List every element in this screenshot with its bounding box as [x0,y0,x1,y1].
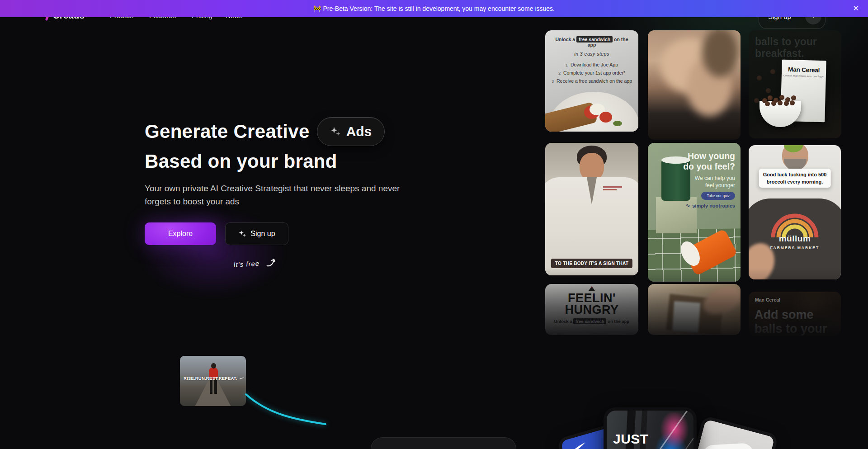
cereal-ball [765,101,770,106]
take-quiz-button[interactable]: Take our quiz [701,192,735,200]
nootropics-brand-text: simply nootropics [692,203,735,208]
ad-card-broccoli-video: müllum FARMERS MARKET Good luck tucking … [749,145,841,279]
nike-swoosh-icon [239,376,244,380]
step-number: 2 [558,69,561,77]
broccoli-caption: Good luck tucking into 500 broccoli ever… [759,169,831,188]
runner-legs-graphic [210,378,217,394]
jdi-line1: JUST [613,431,649,446]
cereal-faded-headline: balls to your breakfast. [755,36,817,59]
just-do-it-text: JUST DO IT [613,431,651,449]
nootropics-subtext: We can help you feel younger [695,175,735,189]
sparkles-icon [330,126,341,137]
step-number: 1 [566,61,568,69]
hero-signup-label: Sign up [250,230,275,238]
cereal-ball [770,69,775,74]
hero-title-text: Generate Creative [145,121,310,142]
nike-swoosh-icon [569,442,588,449]
ad-card-man-cereal-text: Man Cereal Add some balls to your breakf… [749,292,841,336]
runner-head-graphic [211,363,216,369]
hungry-line2: HUNGRY [565,303,618,317]
nike-ad-text: RISE.RUN.REST.REPEAT. [184,376,244,381]
cereal-faded-line1: balls to your [755,36,817,47]
explore-button[interactable]: Explore [145,222,216,245]
prebeta-banner: 🚧 Pre-Beta Version: The site is still in… [0,0,868,17]
cereal-line2: balls to your [755,322,827,336]
ads-badge-label: Ads [346,124,372,139]
sandwich-subline: in 3 easy steps [545,51,638,57]
hero-subtitle-line1: Your own private AI Creative Strategist … [145,184,400,193]
cereal-ball [790,100,795,105]
ad-card-nootropics: How young do you feel? We can help you f… [648,143,741,282]
step-text: Download the Joe App [571,61,618,69]
ad-card-hands-video [648,30,741,140]
ad-card-feelin-hungry: FEELIN' HUNGRY Unlock a free sandwich on… [545,284,638,335]
sandwich-steps-list: 1 Download the Joe App 2 Complete your 1… [550,61,634,85]
doctor-embroidery-graphic [603,186,622,188]
hero-title-line2: Based on your brand [145,149,488,174]
ads-badge: Ads [317,117,385,146]
tee-sub-text: FARMERS MARKET [749,246,841,250]
sneaker-graphic [702,443,754,449]
cereal-ball [791,95,796,100]
nootropics-sub-line2: feel younger [705,182,735,189]
step-number: 3 [552,77,554,85]
nootropics-headline-line1: How young [688,151,735,161]
sandwich-step: 2 Complete your 1st app order* [550,69,634,77]
nootropics-headline: How young do you feel? [683,151,735,172]
cereal-box-tagline: Creatine. High Protein. Keto. Low Sugar. [782,74,826,78]
sparkles-icon [238,230,246,238]
cereal-ball [778,100,783,105]
nootropics-headline-line2: do you feel? [683,161,735,171]
cereal-faded-line2: breakfast. [755,47,804,59]
doctor-caption: TO THE BODY IT'S A SIGN THAT [551,259,632,268]
bottom-panel [371,437,516,449]
hero-signup-button[interactable]: Sign up [225,222,288,245]
prebeta-banner-text: 🚧 Pre-Beta Version: The site is still in… [313,5,555,12]
ad-card-sandwich-steps: Unlock a free sandwich on the app in 3 e… [545,30,638,132]
cereal-ball [754,98,759,103]
hero-buttons: Explore Sign up [145,222,488,245]
hero-subtitle-line2: forgets to boost your ads [145,197,239,206]
sandwich-step: 1 Download the Joe App [550,61,634,69]
teal-connector-line [243,388,334,431]
broccoli-caption-line1: Good luck tucking into 500 [763,172,827,177]
hungry-sub-highlight: free sandwich [573,318,606,324]
box-label-graphic [672,301,700,333]
hungry-sub-pre: Unlock a [554,319,572,324]
nootropics-logo-icon: ∿ [686,203,690,208]
free-note: It's free [233,246,488,269]
hero-section: Generate Creative Ads Based on your bran… [145,117,488,263]
fan-card-just-do-it: JUST DO IT [604,407,697,449]
cereal-ball [771,101,776,106]
cereal-line1: Add some [755,308,814,321]
cereal-balls-in-bowl [760,95,801,106]
joe-logo-icon [589,286,595,291]
tee-brand-text: müllum [749,234,841,244]
nike-slogan: RISE.RUN.REST.REPEAT. [184,376,237,381]
cereal-ball [757,76,762,80]
free-note-text: It's free [233,259,260,268]
hero-subtitle: Your own private AI Creative Strategist … [145,182,488,208]
landing-page: Creads Product Features Pricing News Sig… [0,0,868,449]
ad-card-unboxing-video [648,284,741,335]
cereal-big-text: Add some balls to your breakfast. [755,308,827,336]
basil-graphic [613,121,622,126]
cereal-ball [784,101,789,106]
hero-title-line1: Generate Creative Ads [145,117,488,147]
close-icon[interactable]: ✕ [853,5,859,12]
sandwich-headline: Unlock a free sandwich on the app [551,37,633,47]
cereal-brand-label: Man Cereal [755,297,780,302]
jdi-line2: DO IT [613,447,651,449]
tomato-graphic [599,112,612,123]
sandwich-step: 3 Receive a free sandwich on the app [550,77,634,85]
graffiti-figure-graphic [645,412,693,449]
nootropics-sub-line1: We can help you [695,175,735,181]
doctor-embroidery-graphic [603,189,617,190]
cereal-box-brand: Man Cereal [782,66,826,74]
curved-arrow-icon [264,257,277,268]
nike-ad-thumbnail: RISE.RUN.REST.REPEAT. [180,356,246,406]
hair-blur-shape [702,30,738,77]
cereal-ball [766,88,771,93]
step-text: Receive a free sandwich on the app [557,77,632,85]
step-text: Complete your 1st app order* [563,69,625,77]
